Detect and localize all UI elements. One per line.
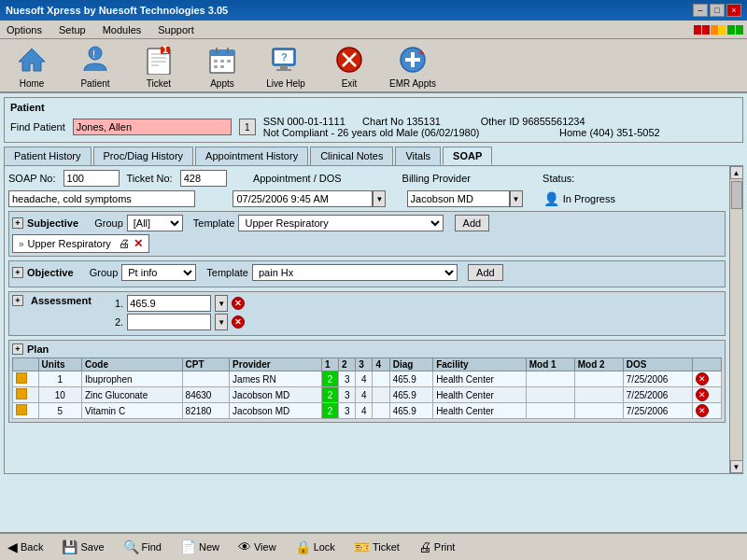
save-button[interactable]: 💾 Save bbox=[62, 539, 104, 554]
plan-header: + Plan bbox=[12, 343, 722, 355]
appt-dos-input[interactable] bbox=[233, 190, 373, 207]
vertical-scrollbar[interactable]: ▲ ▼ bbox=[729, 166, 742, 473]
subjective-expand[interactable]: + bbox=[12, 217, 23, 229]
row-icon-cell bbox=[13, 387, 39, 403]
live-help-button[interactable]: ? Live Help bbox=[261, 43, 310, 89]
subjective-add-button[interactable]: Add bbox=[455, 215, 490, 231]
exit-button[interactable]: Exit bbox=[325, 43, 374, 89]
table-row: 1 Ibuprophen James RN 2 3 4 465.9 Health… bbox=[13, 371, 722, 387]
save-label: Save bbox=[80, 541, 104, 553]
tab-soap[interactable]: SOAP bbox=[443, 147, 492, 165]
close-icon[interactable]: ✕ bbox=[134, 237, 143, 250]
assessment-expand[interactable]: + bbox=[12, 295, 23, 306]
row-delete-button[interactable]: ✕ bbox=[696, 404, 709, 417]
assessment-row2-dropdown[interactable]: ▼ bbox=[215, 314, 228, 330]
subjective-group-select[interactable]: [All] bbox=[127, 215, 183, 231]
bottom-bar: ◀ Back 💾 Save 🔍 Find 📄 New 👁 View 🔒 Lock… bbox=[0, 532, 747, 560]
patient-button[interactable]: ! Patient bbox=[71, 43, 120, 89]
print-button[interactable]: 🖨 Print bbox=[418, 539, 456, 554]
menu-setup[interactable]: Setup bbox=[56, 23, 89, 36]
patient-name-input[interactable] bbox=[73, 119, 232, 135]
soap-no-input[interactable] bbox=[63, 170, 120, 187]
tab-clinical-notes[interactable]: Clinical Notes bbox=[310, 147, 393, 165]
find-label: Find bbox=[142, 541, 162, 553]
svg-rect-22 bbox=[276, 69, 291, 71]
row-c1: 2 bbox=[321, 371, 338, 387]
live-help-label: Live Help bbox=[266, 78, 305, 89]
home-button[interactable]: Home bbox=[7, 43, 56, 89]
assessment-row1-delete[interactable]: ✕ bbox=[232, 297, 245, 310]
patient-row: Find Patient 1 SSN 000-01-1111 Chart No … bbox=[10, 116, 737, 138]
patient-label: Patient bbox=[80, 78, 109, 89]
back-button[interactable]: ◀ Back bbox=[7, 539, 43, 554]
row-c3: 4 bbox=[356, 371, 373, 387]
row-delete-button[interactable]: ✕ bbox=[696, 388, 709, 401]
tab-vitals[interactable]: Vitals bbox=[395, 147, 441, 165]
emr-appts-button[interactable]: + EMR Appts bbox=[388, 43, 437, 89]
col-header-provider: Provider bbox=[230, 358, 322, 371]
objective-expand[interactable]: + bbox=[12, 267, 23, 278]
close-button[interactable]: × bbox=[726, 4, 741, 17]
objective-title: Objective bbox=[27, 267, 74, 278]
menu-modules[interactable]: Modules bbox=[100, 23, 145, 36]
subjective-title: Subjective bbox=[27, 217, 78, 229]
objective-template-select[interactable]: pain Hx bbox=[252, 264, 458, 281]
row-mod2 bbox=[574, 371, 623, 387]
row-delete-button[interactable]: ✕ bbox=[696, 372, 709, 385]
lock-button[interactable]: 🔒 Lock bbox=[295, 539, 335, 554]
row-c1: 2 bbox=[321, 403, 338, 419]
assessment-row2-input[interactable] bbox=[127, 314, 211, 330]
tab-proc-diag[interactable]: Proc/Diag History bbox=[93, 147, 194, 165]
patient-num-dropdown[interactable]: 1 bbox=[239, 119, 256, 135]
billing-provider-dropdown[interactable]: ▼ bbox=[510, 190, 523, 207]
home-icon bbox=[15, 43, 49, 77]
col-header-mod2: Mod 2 bbox=[574, 358, 623, 371]
svg-text:+: + bbox=[418, 47, 424, 58]
ticket-no-input[interactable] bbox=[180, 170, 227, 187]
objective-add-button[interactable]: Add bbox=[468, 264, 503, 281]
print-icon: 🖨 bbox=[418, 539, 431, 554]
view-button[interactable]: 👁 View bbox=[238, 539, 276, 554]
print-icon[interactable]: 🖨 bbox=[119, 237, 130, 250]
tab-patient-history[interactable]: Patient History bbox=[4, 147, 92, 165]
col-header-cpt: CPT bbox=[182, 358, 229, 371]
row-icon-cell bbox=[13, 403, 39, 419]
appt-dos-row: ▼ ▼ 👤 In Progress bbox=[8, 190, 726, 207]
plan-expand[interactable]: + bbox=[12, 343, 23, 355]
appts-label: Appts bbox=[210, 78, 234, 89]
menu-support[interactable]: Support bbox=[155, 23, 197, 36]
appt-dos-dropdown[interactable]: ▼ bbox=[373, 190, 386, 207]
status-person-icon: 👤 bbox=[543, 191, 559, 206]
row-units: 10 bbox=[38, 387, 81, 403]
row-c4 bbox=[373, 387, 389, 403]
maximize-button[interactable]: □ bbox=[710, 4, 725, 17]
col-header-facility: Facility bbox=[433, 358, 527, 371]
find-button[interactable]: 🔍 Find bbox=[123, 539, 162, 554]
chief-complaint-input[interactable] bbox=[8, 190, 195, 207]
emr-appts-label: EMR Appts bbox=[389, 78, 436, 89]
assessment-row2-delete[interactable]: ✕ bbox=[232, 315, 245, 329]
billing-provider-input[interactable] bbox=[407, 190, 510, 207]
col-header-empty bbox=[13, 358, 39, 371]
svg-text:?: ? bbox=[281, 51, 288, 63]
subjective-section: + Subjective Group [All] Template Upper … bbox=[8, 211, 726, 257]
appt-dos-label: Appointment / DOS bbox=[253, 173, 342, 184]
scroll-down-button[interactable]: ▼ bbox=[730, 460, 743, 473]
ticket-bottom-button[interactable]: 🎫 Ticket bbox=[354, 539, 400, 554]
appts-button[interactable]: Appts bbox=[198, 43, 247, 89]
objective-section: + Objective Group Pt info Template pain … bbox=[8, 260, 726, 287]
assessment-row-2: 2. ▼ ✕ bbox=[115, 314, 245, 330]
menu-options[interactable]: Options bbox=[4, 23, 45, 36]
objective-group-select[interactable]: Pt info bbox=[121, 264, 196, 281]
scroll-thumb[interactable] bbox=[731, 181, 742, 209]
subjective-template-banner: » Upper Respiratory 🖨 ✕ bbox=[12, 234, 149, 253]
subjective-template-select[interactable]: Upper Respiratory bbox=[238, 215, 444, 231]
assessment-row1-dropdown[interactable]: ▼ bbox=[215, 295, 228, 312]
new-button[interactable]: 📄 New bbox=[180, 539, 219, 554]
scroll-up-button[interactable]: ▲ bbox=[730, 166, 743, 179]
ticket-button[interactable]: 1 Ticket bbox=[134, 43, 183, 89]
tab-appointment-history[interactable]: Appointment History bbox=[195, 147, 308, 165]
live-help-icon: ? bbox=[269, 43, 303, 77]
assessment-row1-input[interactable] bbox=[127, 295, 211, 312]
minimize-button[interactable]: – bbox=[693, 4, 708, 17]
